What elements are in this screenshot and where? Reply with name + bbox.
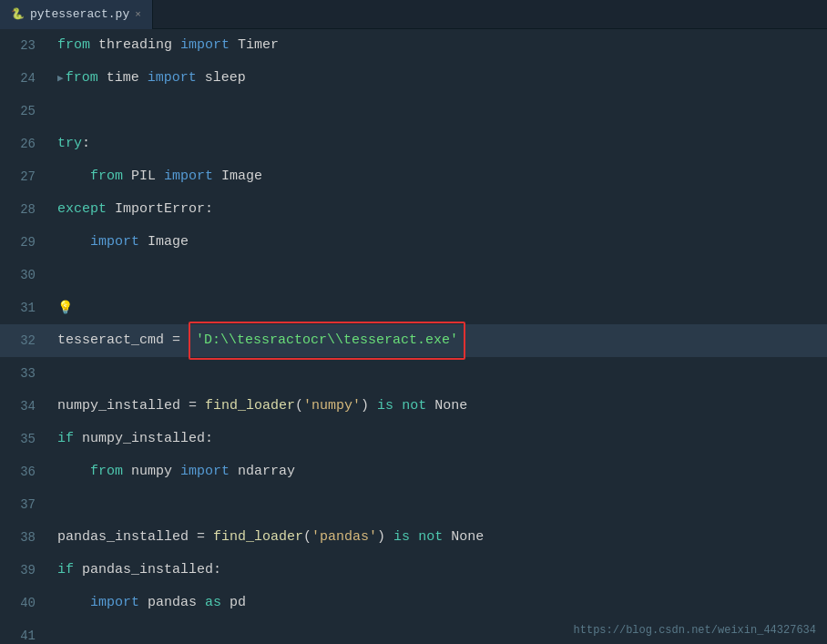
code-line-30: 30 (0, 259, 827, 291)
python-file-icon: 🐍 (11, 7, 25, 21)
line-number-34: 34 (0, 399, 50, 414)
line-number-30: 30 (0, 268, 50, 282)
line-number-40: 40 (0, 596, 50, 610)
code-line-24: 24 ▶from time import sleep (0, 62, 827, 95)
code-line-34: 34 numpy_installed = find_loader('numpy'… (0, 390, 827, 423)
tab-close-button[interactable]: × (135, 9, 141, 20)
highlighted-string: 'D:\\tessractocr\\tesseract.exe' (189, 322, 465, 360)
line-content-39: if pandas_installed: (50, 554, 827, 587)
watermark: https://blog.csdn.net/weixin_44327634 (574, 624, 816, 637)
line-number-24: 24 (0, 71, 50, 86)
code-line-28: 28 except ImportError: (0, 193, 827, 226)
line-number-23: 23 (0, 38, 50, 53)
code-line-26: 26 try: (0, 128, 827, 160)
tab-bar: 🐍 pytesseract.py × (0, 0, 827, 29)
code-line-40: 40 import pandas as pd (0, 587, 827, 619)
line-number-27: 27 (0, 169, 50, 184)
line-content-36: from numpy import ndarray (50, 455, 827, 488)
line-number-35: 35 (0, 432, 50, 446)
line-content-27: from PIL import Image (50, 160, 827, 193)
code-line-29: 29 import Image (0, 226, 827, 259)
line-content-40: import pandas as pd (50, 587, 827, 619)
code-line-27: 27 from PIL import Image (0, 160, 827, 193)
code-line-31: 31 💡 (0, 291, 827, 324)
code-line-25: 25 (0, 95, 827, 128)
line-number-33: 33 (0, 366, 50, 381)
line-content-26: try: (50, 128, 827, 160)
line-content-24: ▶from time import sleep (50, 62, 827, 95)
code-editor: 23 from threading import Timer 24 ▶from … (0, 29, 827, 644)
code-line-33: 33 (0, 357, 827, 390)
line-number-41: 41 (0, 629, 50, 643)
line-number-29: 29 (0, 235, 50, 250)
line-content-23: from threading import Timer (50, 29, 827, 62)
line-content-32: tesseract_cmd = 'D:\\tessractocr\\tesser… (50, 322, 827, 360)
line-number-37: 37 (0, 497, 50, 512)
line-content-38: pandas_installed = find_loader('pandas')… (50, 521, 827, 554)
editor-window: 🐍 pytesseract.py × 23 from threading imp… (0, 0, 827, 644)
code-line-36: 36 from numpy import ndarray (0, 455, 827, 488)
line-number-39: 39 (0, 563, 50, 578)
line-number-31: 31 (0, 301, 50, 315)
code-line-23: 23 from threading import Timer (0, 29, 827, 62)
code-line-37: 37 (0, 488, 827, 521)
line-number-36: 36 (0, 465, 50, 479)
line-content-29: import Image (50, 226, 827, 259)
code-line-35: 35 if numpy_installed: (0, 423, 827, 455)
line-number-38: 38 (0, 530, 50, 545)
file-tab[interactable]: 🐍 pytesseract.py × (0, 0, 153, 29)
tab-label: pytesseract.py (30, 7, 129, 21)
code-line-32: 32 tesseract_cmd = 'D:\\tessractocr\\tes… (0, 324, 827, 357)
line-number-25: 25 (0, 104, 50, 118)
line-number-32: 32 (0, 333, 50, 348)
line-content-31: 💡 (50, 291, 827, 325)
code-line-38: 38 pandas_installed = find_loader('panda… (0, 521, 827, 554)
line-content-28: except ImportError: (50, 193, 827, 226)
code-line-39: 39 if pandas_installed: (0, 554, 827, 587)
line-number-26: 26 (0, 137, 50, 151)
bulb-icon: 💡 (57, 301, 73, 315)
line-number-28: 28 (0, 202, 50, 217)
line-content-34: numpy_installed = find_loader('numpy') i… (50, 390, 827, 423)
line-content-35: if numpy_installed: (50, 423, 827, 455)
